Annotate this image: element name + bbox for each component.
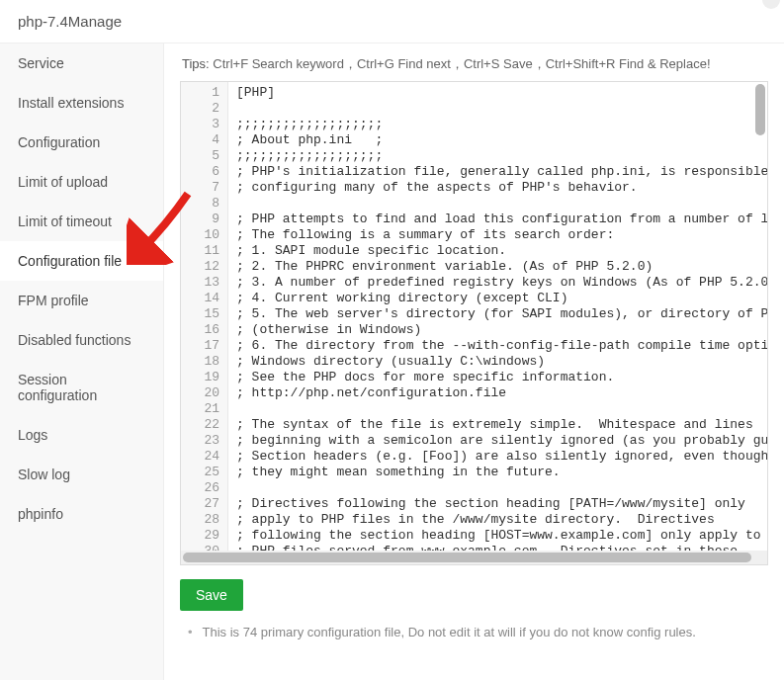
line-number: 12 <box>181 259 219 275</box>
sidebar-item-logs[interactable]: Logs <box>0 415 163 455</box>
code-line[interactable]: ; http://php.net/configuration.file <box>236 385 767 401</box>
line-number: 21 <box>181 401 219 417</box>
line-number: 3 <box>181 117 219 132</box>
line-number: 7 <box>181 180 219 196</box>
vertical-scrollbar-thumb[interactable] <box>755 84 765 135</box>
code-line[interactable]: ; See the PHP docs for more specific inf… <box>236 370 767 385</box>
tips-label: Tips: <box>182 56 210 71</box>
sidebar-item-limit-of-upload[interactable]: Limit of upload <box>0 162 163 202</box>
line-number: 24 <box>181 449 219 465</box>
sidebar-item-slow-log[interactable]: Slow log <box>0 455 163 494</box>
sidebar-item-limit-of-timeout[interactable]: Limit of timeout <box>0 202 163 241</box>
line-number: 4 <box>181 132 219 148</box>
line-number: 8 <box>181 196 219 212</box>
code-line[interactable]: ; PHP attempts to find and load this con… <box>236 212 767 227</box>
code-line[interactable]: ; 2. The PHPRC environment variable. (As… <box>236 259 767 275</box>
code-line[interactable]: ; beginning with a semicolon are silentl… <box>236 433 767 449</box>
code-line[interactable]: ; Windows directory (usually C:\windows) <box>236 354 767 370</box>
sidebar-item-configuration[interactable]: Configuration <box>0 123 163 162</box>
line-number: 13 <box>181 275 219 291</box>
line-number: 30 <box>181 544 219 551</box>
horizontal-scrollbar-thumb[interactable] <box>183 552 751 562</box>
main-panel: Tips: Ctrl+F Search keyword，Ctrl+G Find … <box>164 43 784 680</box>
main-container: ServiceInstall extensionsConfigurationLi… <box>0 43 784 680</box>
line-number: 29 <box>181 528 219 544</box>
code-line[interactable]: ; (otherwise in Windows) <box>236 322 767 338</box>
footer-note: • This is 74 primary configuration file,… <box>180 625 768 639</box>
line-number: 17 <box>181 338 219 354</box>
window-title: php-7.4Manage <box>18 13 122 30</box>
code-line[interactable] <box>236 480 767 496</box>
code-line[interactable]: ; The syntax of the file is extremely si… <box>236 417 767 433</box>
code-line[interactable] <box>236 196 767 212</box>
code-line[interactable]: ; 5. The web server's directory (for SAP… <box>236 306 767 322</box>
save-button[interactable]: Save <box>180 579 243 611</box>
sidebar-item-install-extensions[interactable]: Install extensions <box>0 83 163 123</box>
line-number: 9 <box>181 212 219 227</box>
line-number: 26 <box>181 480 219 496</box>
code-content[interactable]: [PHP];;;;;;;;;;;;;;;;;;;; About php.ini … <box>228 82 767 551</box>
line-number: 27 <box>181 496 219 512</box>
line-number: 22 <box>181 417 219 433</box>
sidebar-item-disabled-functions[interactable]: Disabled functions <box>0 320 163 360</box>
line-number: 18 <box>181 354 219 370</box>
code-line[interactable] <box>236 101 767 117</box>
line-number: 16 <box>181 322 219 338</box>
line-number: 1 <box>181 85 219 101</box>
code-line[interactable]: ; Section headers (e.g. [Foo]) are also … <box>236 449 767 465</box>
sidebar-item-fpm-profile[interactable]: FPM profile <box>0 281 163 320</box>
line-number: 15 <box>181 306 219 322</box>
code-line[interactable]: ; PHP's initialization file, generally c… <box>236 164 767 180</box>
code-line[interactable]: ; configuring many of the aspects of PHP… <box>236 180 767 196</box>
sidebar-item-session-configuration[interactable]: Session configuration <box>0 360 163 415</box>
footer-note-text: This is 74 primary configuration file, D… <box>203 625 696 639</box>
code-line[interactable]: ; PHP files served from www.example.com.… <box>236 544 767 551</box>
line-number: 10 <box>181 227 219 243</box>
code-line[interactable]: ; they might mean something in the futur… <box>236 465 767 480</box>
line-number: 25 <box>181 465 219 480</box>
editor-scroll: 1234567891011121314151617181920212223242… <box>181 82 767 551</box>
code-line[interactable]: ; Directives following the section headi… <box>236 496 767 512</box>
line-number: 5 <box>181 148 219 164</box>
line-gutter: 1234567891011121314151617181920212223242… <box>181 82 228 551</box>
sidebar-item-service[interactable]: Service <box>0 43 163 83</box>
line-number: 20 <box>181 385 219 401</box>
line-number: 14 <box>181 291 219 306</box>
code-line[interactable]: ; About php.ini ; <box>236 132 767 148</box>
horizontal-scrollbar-track[interactable] <box>181 551 767 564</box>
code-line[interactable] <box>236 401 767 417</box>
tips-text: Ctrl+F Search keyword，Ctrl+G Find next，C… <box>213 56 710 71</box>
tips-bar: Tips: Ctrl+F Search keyword，Ctrl+G Find … <box>180 55 768 73</box>
editor-container: 1234567891011121314151617181920212223242… <box>180 81 768 565</box>
bullet-icon: • <box>188 625 193 639</box>
line-number: 2 <box>181 101 219 117</box>
line-number: 23 <box>181 433 219 449</box>
window-header: php-7.4Manage <box>0 0 784 43</box>
code-line[interactable]: [PHP] <box>236 85 767 101</box>
code-editor[interactable]: 1234567891011121314151617181920212223242… <box>181 82 767 551</box>
sidebar: ServiceInstall extensionsConfigurationLi… <box>0 43 164 680</box>
line-number: 28 <box>181 512 219 528</box>
code-line[interactable]: ; 3. A number of predefined registry key… <box>236 275 767 291</box>
code-line[interactable]: ; The following is a summary of its sear… <box>236 227 767 243</box>
code-line[interactable]: ; 4. Current working directory (except C… <box>236 291 767 306</box>
sidebar-item-phpinfo[interactable]: phpinfo <box>0 494 163 534</box>
code-line[interactable]: ;;;;;;;;;;;;;;;;;;; <box>236 148 767 164</box>
line-number: 19 <box>181 370 219 385</box>
code-line[interactable]: ; apply to PHP files in the /www/mysite … <box>236 512 767 528</box>
code-line[interactable]: ;;;;;;;;;;;;;;;;;;; <box>236 117 767 132</box>
code-line[interactable]: ; 6. The directory from the --with-confi… <box>236 338 767 354</box>
code-line[interactable]: ; following the section heading [HOST=ww… <box>236 528 767 544</box>
line-number: 6 <box>181 164 219 180</box>
code-line[interactable]: ; 1. SAPI module specific location. <box>236 243 767 259</box>
line-number: 11 <box>181 243 219 259</box>
sidebar-item-configuration-file[interactable]: Configuration file <box>0 241 163 281</box>
